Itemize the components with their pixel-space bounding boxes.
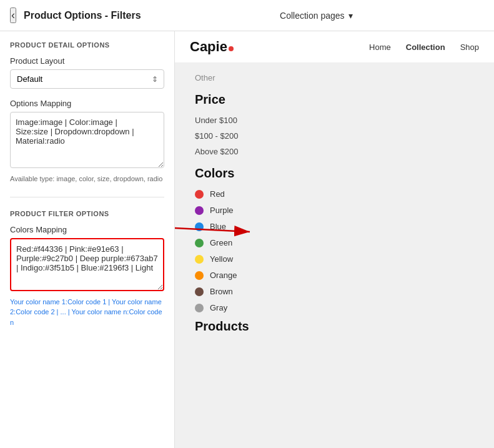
product-layout-wrapper: Default Option 1 Option 2 ⇕ [10, 69, 164, 89]
colors-section: Colors RedPurpleBlueGreenYellowOrangeBro… [195, 166, 474, 312]
color-item[interactable]: Yellow [195, 254, 474, 264]
price-option-1[interactable]: Under $100 [195, 116, 474, 125]
color-item[interactable]: Brown [195, 287, 474, 296]
color-name-gray: Gray [210, 303, 227, 312]
color-dot-red [195, 190, 204, 199]
page-title: Product Options - Filters [24, 10, 141, 21]
color-dot-green [195, 239, 204, 247]
product-layout-label: Product Layout [10, 56, 164, 66]
main-layout: PRODUCT DETAIL OPTIONS Product Layout De… [0, 31, 494, 448]
product-detail-section: PRODUCT DETAIL OPTIONS Product Layout De… [10, 41, 164, 184]
nav-links: Home Collection Shop [369, 42, 479, 52]
products-title: Products [195, 319, 474, 334]
options-mapping-textarea[interactable]: Image:image | Color:image | Size:size | … [10, 112, 164, 168]
nav-shop[interactable]: Shop [460, 42, 479, 52]
right-panel: Capie Home Collection Shop Other Price U… [175, 31, 494, 448]
color-name-red: Red [210, 189, 225, 199]
collection-pages-button[interactable]: Collection pages ▾ [280, 11, 353, 21]
nav-home[interactable]: Home [369, 42, 391, 52]
top-bar: ‹ Product Options - Filters Collection p… [0, 0, 494, 31]
price-option-2[interactable]: $100 - $200 [195, 131, 474, 141]
preview-content: Other Price Under $100 $100 - $200 Above… [175, 63, 494, 448]
price-title: Price [195, 92, 474, 107]
colors-title: Colors [195, 166, 474, 181]
color-item[interactable]: Blue [195, 222, 474, 231]
color-dot-orange [195, 271, 204, 280]
color-name-brown: Brown [210, 287, 233, 296]
back-button[interactable]: ‹ [10, 7, 16, 23]
color-item[interactable]: Gray [195, 303, 474, 312]
color-dot-brown [195, 287, 204, 296]
brand-logo: Capie [190, 39, 234, 55]
color-dot-gray [195, 304, 204, 312]
section-divider [10, 197, 164, 197]
other-text: Other [195, 73, 474, 82]
brand-dot [229, 46, 234, 51]
color-name-blue: Blue [210, 222, 226, 231]
back-icon: ‹ [11, 9, 15, 22]
color-name-yellow: Yellow [210, 254, 233, 264]
color-list: RedPurpleBlueGreenYellowOrangeBrownGray [195, 189, 474, 312]
brand-text: Capie [190, 39, 227, 55]
colors-mapping-hint: Your color name 1:Color code 1 | Your co… [10, 297, 164, 328]
product-layout-select[interactable]: Default Option 1 Option 2 [10, 69, 164, 89]
dropdown-icon: ▾ [348, 11, 353, 21]
products-section: Products [195, 319, 474, 334]
colors-mapping-textarea[interactable]: Red:#f44336 | Pink:#e91e63 | Purple:#9c2… [10, 238, 164, 291]
product-filter-section: PRODUCT FILTER OPTIONS Colors Mapping Re… [10, 210, 164, 328]
left-panel: PRODUCT DETAIL OPTIONS Product Layout De… [0, 31, 175, 448]
color-dot-yellow [195, 255, 204, 264]
color-name-purple: Purple [210, 206, 234, 215]
options-mapping-label: Options Mapping [10, 99, 164, 108]
price-section: Price Under $100 $100 - $200 Above $200 [195, 92, 474, 156]
product-detail-header: PRODUCT DETAIL OPTIONS [10, 41, 164, 49]
color-name-orange: Orange [210, 271, 237, 280]
color-item[interactable]: Red [195, 189, 474, 199]
color-dot-blue [195, 222, 204, 231]
color-item[interactable]: Purple [195, 206, 474, 215]
price-option-3[interactable]: Above $200 [195, 147, 474, 156]
collection-pages-label: Collection pages [280, 11, 345, 21]
preview-nav: Capie Home Collection Shop [175, 31, 494, 63]
color-dot-purple [195, 206, 204, 215]
color-item[interactable]: Green [195, 238, 474, 247]
options-mapping-hint: Available type: image, color, size, drop… [10, 174, 164, 184]
nav-collection[interactable]: Collection [406, 42, 445, 52]
color-name-green: Green [210, 238, 232, 247]
color-item[interactable]: Orange [195, 271, 474, 280]
colors-mapping-label: Colors Mapping [10, 225, 164, 234]
product-filter-header: PRODUCT FILTER OPTIONS [10, 210, 164, 217]
collection-pages-selector: Collection pages ▾ [280, 11, 353, 21]
